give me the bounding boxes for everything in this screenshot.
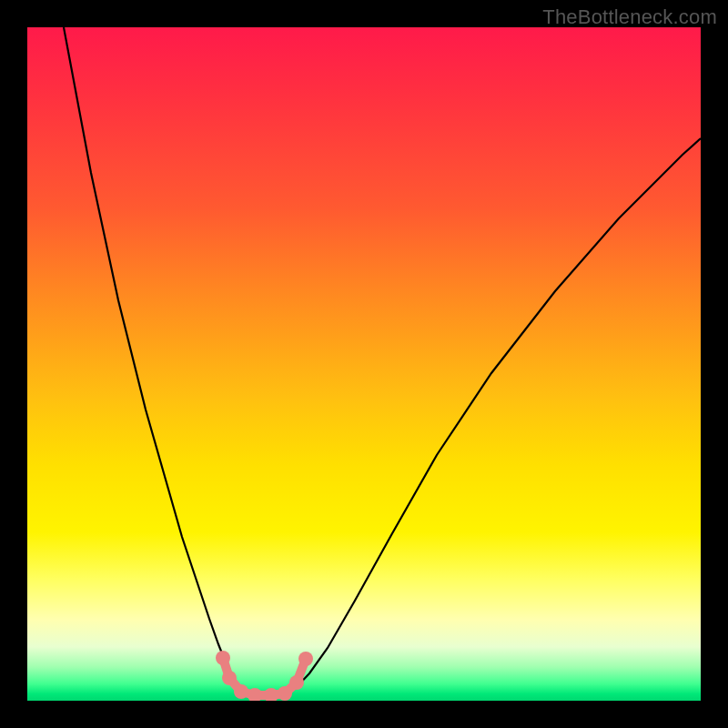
bottom-dot <box>264 688 278 701</box>
bottom-dot <box>222 671 237 685</box>
bottom-dot-cluster <box>216 651 313 701</box>
bottom-dot <box>216 651 230 665</box>
v-curve <box>64 27 701 699</box>
plot-area <box>27 27 701 701</box>
curve-overlay <box>27 27 701 701</box>
watermark-text: TheBottleneck.com <box>542 5 717 29</box>
bottleneck-curve <box>64 27 701 699</box>
bottom-dot <box>234 684 248 699</box>
bottom-dot <box>289 675 304 690</box>
bottom-dot <box>298 652 313 666</box>
bottom-dot <box>278 686 292 701</box>
